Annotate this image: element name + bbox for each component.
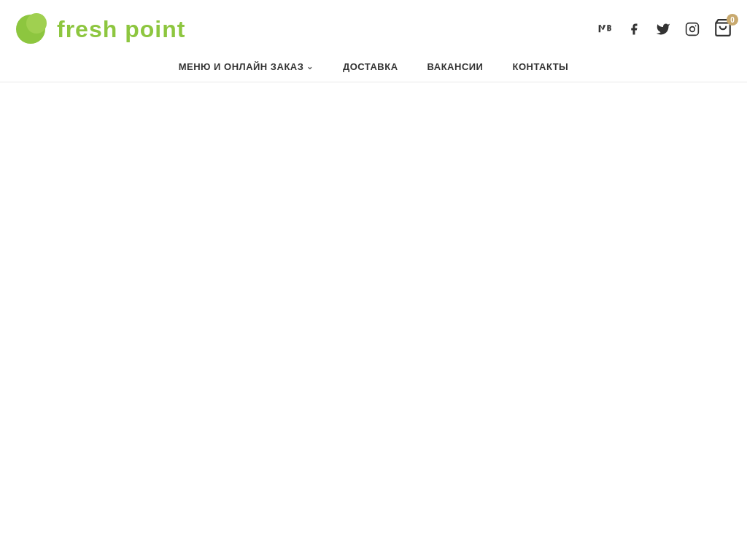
main-nav: МЕНЮ И ОНЛАЙН ЗАКАЗ ⌄ ДОСТАВКА ВАКАНСИИ … <box>0 51 747 82</box>
twitter-icon[interactable] <box>655 21 671 37</box>
main-content <box>0 82 747 560</box>
nav-menu-order[interactable]: МЕНЮ И ОНЛАЙН ЗАКАЗ ⌄ <box>179 61 314 72</box>
nav-contacts[interactable]: КОНТАКТЫ <box>512 61 568 72</box>
svg-rect-2 <box>686 23 699 36</box>
header-top: fresh point <box>0 0 747 51</box>
vk-icon[interactable] <box>597 21 613 37</box>
svg-point-3 <box>690 27 695 32</box>
svg-point-1 <box>26 13 47 34</box>
logo-link[interactable]: fresh point <box>15 10 185 48</box>
cart-count: 0 <box>727 14 738 26</box>
facebook-icon[interactable] <box>626 21 642 37</box>
social-icons-group: 0 <box>597 18 732 40</box>
logo-icon <box>15 10 50 48</box>
nav-delivery[interactable]: ДОСТАВКА <box>343 61 398 72</box>
logo-text: fresh point <box>57 16 185 43</box>
site-header: fresh point <box>0 0 747 82</box>
svg-point-4 <box>695 26 697 27</box>
instagram-icon[interactable] <box>684 21 700 37</box>
nav-vacancies[interactable]: ВАКАНСИИ <box>427 61 484 72</box>
dropdown-arrow-icon: ⌄ <box>306 62 314 71</box>
cart-button[interactable]: 0 <box>713 18 732 40</box>
